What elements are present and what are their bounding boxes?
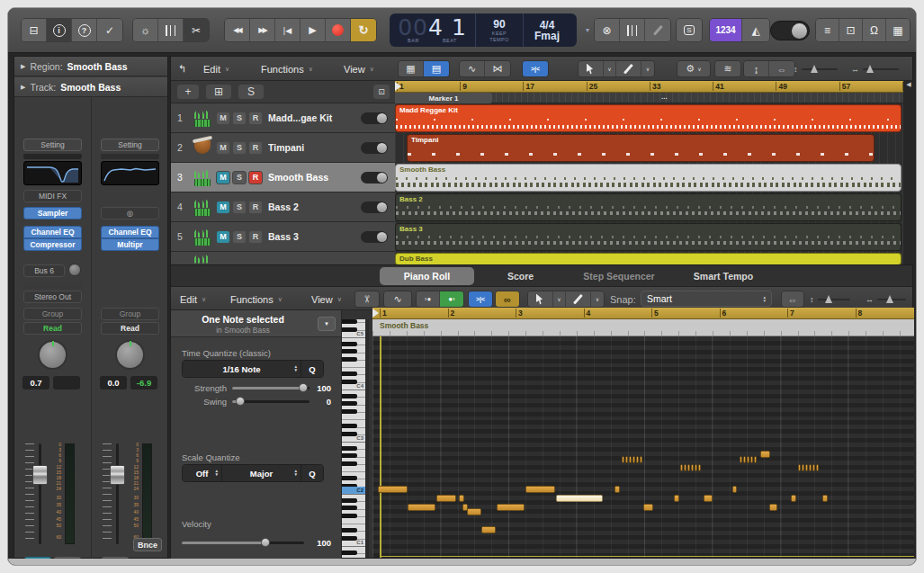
tab-smart-tempo[interactable]: Smart Tempo [675, 267, 772, 285]
note-grid[interactable] [372, 336, 914, 558]
black-key[interactable] [342, 498, 357, 503]
snap-mode-select[interactable]: Smart ▴▾ [641, 291, 772, 307]
black-key[interactable] [342, 514, 357, 518]
midi-note[interactable] [640, 456, 642, 463]
pointer-tool-menu[interactable]: ∨ [553, 291, 566, 307]
track-row-1[interactable]: 1 MSR Madd...gae Kit [171, 103, 395, 133]
playhead-marker[interactable] [372, 309, 379, 318]
black-key[interactable] [342, 394, 357, 398]
master-levels-button[interactable] [620, 19, 645, 41]
solo-button[interactable]: S [232, 171, 247, 184]
keyboard-octave[interactable]: C4 [342, 338, 365, 390]
browsers-button[interactable]: ▦ [886, 19, 910, 41]
instrument-slot[interactable]: Sampler [23, 207, 82, 219]
functions-menu[interactable]: Functions∨ [225, 291, 288, 308]
master-toggle[interactable] [770, 21, 810, 40]
track-on-toggle[interactable] [361, 172, 388, 184]
midi-note[interactable] [625, 456, 628, 463]
tab-piano-roll[interactable]: Piano Roll [380, 267, 474, 285]
black-key[interactable] [342, 409, 357, 414]
midi-note[interactable] [698, 464, 701, 471]
automation-button[interactable]: ∿ [384, 291, 411, 307]
black-key[interactable] [342, 380, 357, 384]
midi-note[interactable] [636, 456, 639, 463]
eq-thumbnail[interactable] [101, 161, 159, 185]
vzoom-handle[interactable] [811, 65, 818, 73]
midi-note[interactable] [769, 504, 777, 511]
region-madd-reggae-kit[interactable]: Madd Reggae Kit [395, 104, 902, 132]
split-tool-button[interactable]: ✂ [355, 291, 379, 307]
scale-type-select[interactable]: Major ▴▾ [222, 465, 301, 481]
snap-to-zero-button[interactable]: >|< [469, 291, 492, 307]
swing-slider[interactable] [232, 400, 309, 403]
waveform-zoom-button[interactable]: ≋ [715, 61, 740, 76]
region-header-strip[interactable]: Smooth Bass [372, 319, 914, 336]
black-key[interactable] [342, 536, 357, 541]
track-on-toggle[interactable] [361, 201, 388, 213]
automation-mode-button[interactable]: Read [101, 322, 159, 335]
automation-mode-button[interactable]: Read [23, 322, 82, 335]
bounce-button[interactable]: Bnce [133, 538, 162, 551]
track-inspector-header[interactable]: ▶ Track: Smooth Bass [14, 77, 167, 97]
flex-button[interactable]: ⋈ [485, 61, 510, 76]
peak-value[interactable]: -6.9 [130, 376, 157, 389]
track-row-6-partial[interactable] [171, 252, 395, 265]
solo-mode-button[interactable]: S [677, 19, 702, 41]
black-key[interactable] [342, 372, 357, 376]
catch-playhead-button[interactable]: ↰ [173, 60, 192, 77]
midi-note[interactable] [684, 464, 686, 471]
midi-note[interactable] [695, 464, 697, 471]
record-arm-button[interactable]: R [248, 112, 263, 125]
add-track-button[interactable]: + [176, 84, 200, 100]
stereo-format-button[interactable]: ◎ [101, 207, 159, 219]
mute-button[interactable]: M [216, 112, 230, 125]
track-on-toggle[interactable] [361, 112, 388, 124]
count-in-button[interactable]: 1234 [710, 19, 742, 41]
region-bass-2[interactable]: Bass 2 [395, 193, 902, 221]
track-row-5[interactable]: 5 MSR Bass 3 [171, 222, 395, 252]
region-inspector-header[interactable]: ▶ Region: Smooth Bass [14, 57, 167, 76]
empty-send-slot[interactable] [23, 282, 82, 289]
midi-note[interactable] [680, 464, 683, 471]
fader-cap[interactable] [32, 465, 48, 485]
scale-root-select[interactable]: Off ▴▾ [183, 465, 222, 481]
midi-note[interactable] [791, 495, 796, 502]
send-slot[interactable]: Bus 6 [23, 264, 65, 277]
volume-fader[interactable]: 03691215182124303540455060 [14, 442, 91, 551]
black-key[interactable] [342, 401, 357, 406]
library-button[interactable]: ⊟ [22, 19, 47, 41]
solo-button[interactable]: S [232, 230, 247, 244]
volume-value[interactable]: 0.0 [100, 376, 127, 389]
scale-apply-button[interactable]: Q [301, 465, 323, 481]
hzoom-handle[interactable] [886, 295, 893, 303]
link-button[interactable]: ∞ [496, 291, 519, 307]
midi-note[interactable] [629, 456, 632, 463]
region-smooth-bass-selected[interactable]: Smooth Bass [395, 164, 902, 192]
toolbar-button[interactable]: ✓ [97, 19, 122, 41]
horizontal-fit-button[interactable]: ⇔ [769, 61, 794, 76]
group-slot[interactable]: Group [101, 308, 159, 320]
tab-step-sequencer[interactable]: Step Sequencer [567, 267, 671, 285]
solo-button[interactable]: S [232, 112, 247, 125]
inspector-button[interactable]: i [47, 19, 72, 41]
smart-controls-button[interactable]: ☼ [133, 19, 158, 41]
editors-button[interactable]: ✂ [184, 19, 209, 41]
lcd-display[interactable]: 004 1 BARBEAT 90 KEEP TEMPO 4/4 Fmaj ▾ [390, 13, 577, 47]
midi-note[interactable] [822, 495, 828, 502]
pan-knob[interactable] [38, 340, 67, 370]
midi-note[interactable] [732, 486, 737, 493]
pencil-tool-menu[interactable]: ∨ [641, 61, 654, 76]
track-row-2[interactable]: 2 MSR Timpani [171, 133, 395, 163]
midi-note[interactable] [691, 464, 694, 471]
track-on-toggle[interactable] [361, 231, 388, 243]
mute-button[interactable]: M [216, 201, 230, 214]
midi-note[interactable] [743, 456, 746, 463]
play-button[interactable]: ▶ [301, 19, 326, 41]
horizontal-fit-button[interactable]: ⇔ [782, 291, 803, 307]
group-slot[interactable]: Group [23, 308, 82, 320]
rewind-button[interactable]: ◀◀ [225, 19, 250, 41]
tab-score[interactable]: Score [478, 267, 563, 285]
pointer-tool-button[interactable] [528, 291, 553, 307]
midi-note[interactable] [615, 486, 620, 493]
peak-value[interactable] [53, 376, 80, 389]
